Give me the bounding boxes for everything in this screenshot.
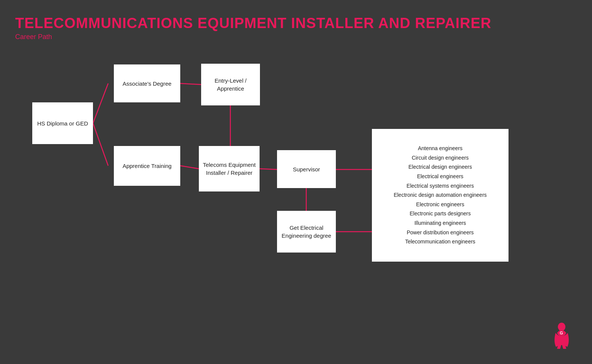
svg-text:G: G: [560, 331, 563, 335]
related-job-item: Circuit design engineers: [412, 154, 469, 162]
related-job-item: Telecommunication engineers: [405, 238, 475, 246]
supervisor-box: Supervisor: [277, 150, 336, 188]
related-job-item: Electronic design automation engineers: [394, 191, 487, 199]
degree-box: Get Electrical Engineering degree: [277, 211, 336, 253]
apprentice-training-box: Apprentice Training: [114, 146, 180, 186]
svg-point-9: [558, 323, 565, 331]
related-job-item: Antenna engineers: [418, 145, 463, 152]
svg-line-3: [180, 166, 199, 169]
related-job-item: Electrical systems engineers: [406, 182, 474, 190]
svg-line-1: [93, 123, 108, 166]
associates-degree-box: Associate's Degree: [114, 64, 180, 102]
header: TELECOMMUNICATIONS EQUIPMENT INSTALLER A…: [15, 15, 491, 41]
svg-line-2: [180, 83, 201, 85]
related-job-item: Power distribution engineers: [407, 229, 474, 237]
svg-line-0: [93, 83, 108, 123]
svg-line-5: [260, 169, 277, 169]
related-jobs-list: Antenna engineersCircuit design engineer…: [394, 145, 487, 246]
entry-level-box: Entry-Level / Apprentice: [201, 64, 260, 105]
logo: G: [550, 322, 573, 349]
related-job-item: Electronic engineers: [416, 201, 464, 209]
related-job-item: Electrical engineers: [417, 173, 463, 180]
related-jobs-box: Antenna engineersCircuit design engineer…: [372, 129, 509, 262]
hs-diploma-box: HS Diploma or GED: [32, 102, 93, 144]
related-job-item: Electrical design engineers: [408, 163, 472, 171]
page-subtitle: Career Path: [15, 33, 491, 41]
related-job-item: Electronic parts designers: [409, 210, 471, 218]
telecoms-box: Telecoms Equipment Installer / Repairer: [199, 146, 260, 191]
page-title: TELECOMMUNICATIONS EQUIPMENT INSTALLER A…: [15, 15, 491, 31]
related-job-item: Illuminating engineers: [414, 220, 466, 227]
